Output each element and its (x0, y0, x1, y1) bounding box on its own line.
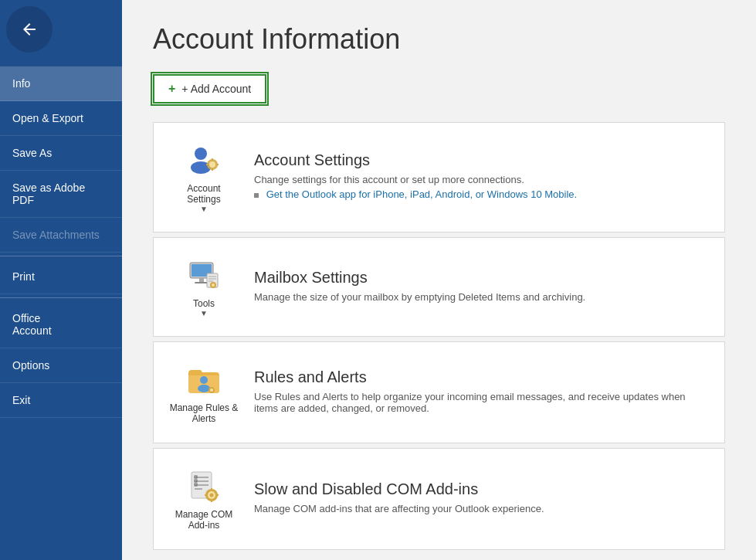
plus-icon: + (168, 82, 175, 96)
account-settings-link[interactable]: Get the Outlook app for iPhone, iPad, An… (266, 188, 578, 200)
com-addins-content: Slow and Disabled COM Add-ins Manage COM… (254, 480, 709, 518)
add-account-button[interactable]: + + Add Account (153, 74, 266, 104)
dropdown-arrow-account: ▼ (200, 205, 208, 213)
sidebar-item-save-adobe[interactable]: Save as Adobe PDF (0, 171, 122, 218)
sidebar-item-save-attachments: Save Attachments (0, 218, 122, 253)
rules-alerts-card: Manage Rules & Alerts Rules and Alerts U… (153, 341, 725, 443)
add-account-label: + Add Account (181, 83, 251, 95)
rules-alerts-desc: Use Rules and Alerts to help organize yo… (254, 391, 709, 414)
svg-point-3 (209, 161, 215, 168)
sidebar-item-open-export[interactable]: Open & Export (0, 101, 122, 136)
mailbox-settings-card: Tools ▼ Mailbox Settings Manage the size… (153, 237, 725, 337)
sidebar-item-exit[interactable]: Exit (0, 383, 122, 418)
sidebar-item-print[interactable]: Print (0, 260, 122, 294)
back-button[interactable] (6, 6, 53, 53)
sidebar-nav: Info Open & Export Save As Save as Adobe… (0, 66, 122, 560)
svg-point-19 (198, 385, 210, 392)
bullet-icon (254, 193, 259, 198)
svg-rect-11 (195, 282, 208, 283)
svg-point-21 (210, 389, 213, 392)
svg-point-17 (212, 283, 215, 287)
svg-rect-35 (205, 494, 207, 496)
account-settings-link-wrap: Get the Outlook app for iPhone, iPad, An… (254, 188, 709, 200)
card-list: Account Settings ▼ Account Settings Chan… (153, 122, 725, 550)
sidebar-item-office-account[interactable]: Office Account (0, 301, 122, 348)
sidebar-item-options[interactable]: Options (0, 348, 122, 383)
rules-icon-box[interactable]: Manage Rules & Alerts (169, 355, 239, 430)
account-settings-icon-box[interactable]: Account Settings ▼ (169, 135, 239, 219)
addins-icon (185, 467, 222, 504)
addins-icon-box[interactable]: Manage COM Add-ins (169, 461, 239, 537)
com-addins-desc: Manage COM add-ins that are affecting yo… (254, 503, 709, 514)
svg-rect-34 (211, 500, 212, 502)
main-content: Account Information + + Add Account (122, 0, 756, 560)
mailbox-settings-content: Mailbox Settings Manage the size of your… (254, 269, 709, 306)
rules-alerts-content: Rules and Alerts Use Rules and Alerts to… (254, 368, 709, 417)
rules-icon (185, 361, 222, 398)
svg-rect-33 (211, 488, 212, 490)
tools-icon (185, 256, 222, 294)
tools-label: Tools ▼ (193, 298, 215, 317)
account-settings-icon (185, 141, 222, 178)
account-settings-desc: Change settings for this account or set … (254, 174, 709, 185)
svg-rect-6 (206, 164, 208, 165)
sidebar-divider-2 (0, 297, 122, 298)
mailbox-icon-box[interactable]: Tools ▼ (169, 250, 239, 324)
svg-point-18 (200, 376, 208, 384)
svg-rect-36 (216, 494, 219, 496)
dropdown-arrow-tools: ▼ (200, 309, 208, 317)
rules-label: Manage Rules & Alerts (169, 402, 239, 424)
svg-rect-4 (212, 158, 213, 161)
sidebar-item-save-as[interactable]: Save As (0, 136, 122, 171)
page-title: Account Information (153, 23, 725, 56)
sidebar-divider (0, 256, 122, 256)
svg-point-0 (195, 148, 207, 160)
mailbox-settings-desc: Manage the size of your mailbox by empty… (254, 291, 709, 303)
account-settings-card: Account Settings ▼ Account Settings Chan… (153, 122, 725, 232)
mailbox-settings-heading: Mailbox Settings (254, 269, 709, 287)
sidebar-item-info[interactable]: Info (0, 66, 122, 101)
svg-rect-5 (212, 168, 213, 171)
svg-rect-7 (216, 164, 219, 165)
account-settings-content: Account Settings Change settings for thi… (254, 151, 709, 203)
rules-alerts-heading: Rules and Alerts (254, 368, 709, 386)
addins-label: Manage COM Add-ins (169, 509, 239, 531)
account-settings-label: Account Settings ▼ (169, 183, 239, 213)
sidebar: Info Open & Export Save As Save as Adobe… (0, 0, 122, 560)
com-addins-heading: Slow and Disabled COM Add-ins (254, 480, 709, 498)
svg-rect-10 (199, 278, 204, 282)
account-settings-heading: Account Settings (254, 151, 709, 169)
svg-point-32 (210, 494, 214, 497)
com-addins-card: Manage COM Add-ins Slow and Disabled COM… (153, 448, 725, 550)
